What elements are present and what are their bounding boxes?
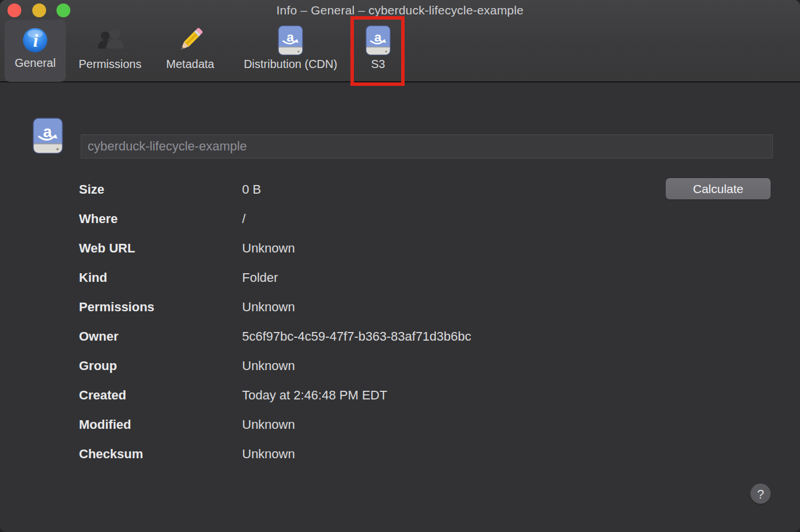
- info-row-owner: Owner5c6f97bc-4c59-47f7-b363-83af71d3b6b…: [0, 329, 800, 358]
- row-label: Size: [79, 182, 242, 197]
- amazon-drive-icon: [275, 25, 306, 56]
- info-icon: [21, 25, 50, 55]
- info-row-created: CreatedToday at 2:46:48 PM EDT: [0, 387, 800, 417]
- row-label: Checksum: [79, 446, 242, 462]
- info-row-where: Where/: [0, 211, 800, 240]
- row-label: Web URL: [79, 240, 242, 256]
- tab-label: General: [14, 56, 55, 70]
- tab-distribution-cdn[interactable]: Distribution (CDN): [228, 20, 353, 82]
- info-row-web-url: Web URLUnknown: [0, 240, 800, 270]
- tab-metadata[interactable]: Metadata: [154, 20, 226, 82]
- row-label: Where: [79, 211, 242, 227]
- calculate-button[interactable]: Calculate: [666, 178, 771, 199]
- row-label: Kind: [79, 270, 242, 285]
- row-value: /: [242, 212, 246, 226]
- window-title: Info – General – cyberduck-lifecycle-exa…: [0, 3, 800, 17]
- row-value: Today at 2:46:48 PM EDT: [242, 388, 387, 402]
- help-button[interactable]: ?: [750, 484, 771, 504]
- general-info-list: Size0 B Where/ Web URLUnknown KindFolder…: [0, 182, 800, 476]
- pencil-icon: [175, 25, 206, 56]
- info-window: Info – General – cyberduck-lifecycle-exa…: [0, 0, 800, 532]
- row-value: Folder: [242, 270, 278, 285]
- info-row-permissions: PermissionsUnknown: [0, 299, 800, 329]
- tab-s3[interactable]: S3: [352, 20, 405, 82]
- row-value: Unknown: [242, 300, 295, 314]
- row-label: Modified: [79, 417, 242, 432]
- info-row-kind: KindFolder: [0, 270, 800, 299]
- row-label: Created: [79, 387, 242, 403]
- users-icon: [95, 25, 126, 56]
- row-value: Unknown: [242, 417, 295, 432]
- row-value: 0 B: [242, 182, 261, 197]
- tab-permissions[interactable]: Permissions: [70, 20, 150, 82]
- titlebar-toolbar: Info – General – cyberduck-lifecycle-exa…: [0, 0, 800, 82]
- row-value: Unknown: [242, 241, 295, 255]
- amazon-drive-icon: [29, 117, 67, 154]
- amazon-drive-icon: [363, 25, 394, 56]
- row-value: Unknown: [242, 447, 295, 461]
- tab-general[interactable]: General: [5, 20, 66, 82]
- info-row-checksum: ChecksumUnknown: [0, 446, 800, 476]
- filename-input[interactable]: [81, 134, 773, 159]
- row-value: Unknown: [242, 359, 295, 373]
- row-label: Owner: [79, 329, 242, 344]
- tab-label: Distribution (CDN): [244, 58, 337, 71]
- tab-label: Permissions: [79, 58, 142, 71]
- info-row-group: GroupUnknown: [0, 358, 800, 387]
- tab-label: S3: [371, 58, 385, 71]
- tab-label: Metadata: [166, 58, 214, 71]
- row-label: Group: [79, 358, 242, 373]
- row-label: Permissions: [79, 299, 242, 315]
- info-row-modified: ModifiedUnknown: [0, 417, 800, 446]
- row-value: 5c6f97bc-4c59-47f7-b363-83af71d3b6bc: [242, 329, 471, 344]
